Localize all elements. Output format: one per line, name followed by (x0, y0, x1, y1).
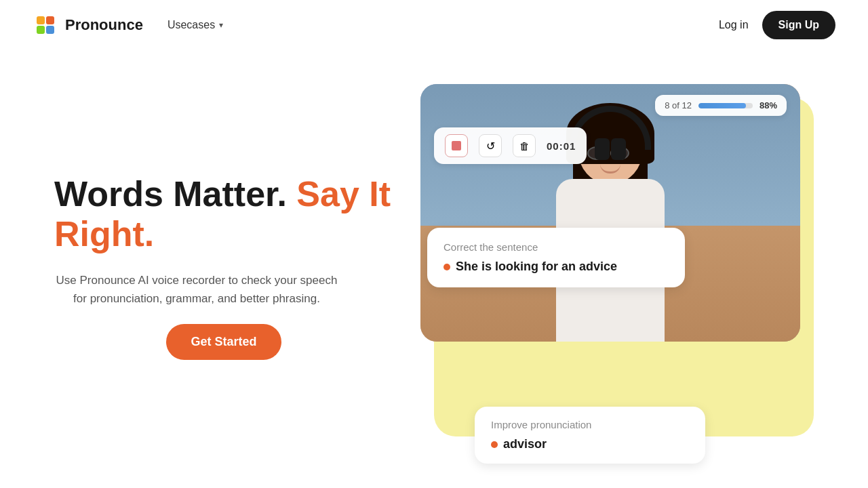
usecases-label: Usecases (167, 19, 215, 31)
svg-rect-4 (46, 26, 54, 34)
replay-icon: ↺ (486, 140, 495, 152)
pronunciation-card-title: Improve pronunciation (491, 419, 689, 430)
trash-icon: 🗑 (519, 140, 530, 152)
stop-button[interactable] (445, 134, 468, 157)
progress-bar-track (698, 103, 753, 108)
hero-demo: 8 of 12 88% ↺ 🗑 (434, 98, 814, 436)
hero-left: Words Matter. Say It Right. Use Pronounc… (54, 174, 393, 361)
replay-button[interactable]: ↺ (479, 134, 502, 157)
sentence-card-title: Correct the sentence (443, 241, 669, 253)
logo-text: Pronounce (65, 16, 143, 34)
demo-background: 8 of 12 88% ↺ 🗑 (434, 98, 814, 436)
logo[interactable]: Pronounce (33, 12, 143, 38)
sentence-card: Correct the sentence She is looking for … (427, 228, 685, 287)
pronunciation-word-row: advisor (491, 437, 689, 451)
logo-icon (33, 12, 58, 38)
sentence-text: She is looking for an advice (456, 260, 617, 274)
delete-button[interactable]: 🗑 (513, 134, 536, 157)
progress-overlay: 8 of 12 88% (655, 95, 787, 116)
svg-rect-1 (37, 16, 45, 24)
timer-display: 00:01 (547, 140, 576, 152)
usecases-menu[interactable]: Usecases ▾ (167, 19, 223, 31)
progress-percent: 88% (760, 100, 777, 110)
pronunciation-card: Improve pronunciation advisor (475, 407, 705, 464)
progress-bar-fill (698, 103, 746, 108)
video-area: 8 of 12 88% ↺ 🗑 (420, 84, 800, 342)
pron-red-dot-icon (491, 441, 498, 448)
login-button[interactable]: Log in (719, 19, 749, 31)
progress-label: 8 of 12 (665, 100, 692, 110)
hero-subtext: Use Pronounce AI voice recorder to check… (54, 271, 339, 308)
chevron-down-icon: ▾ (219, 20, 223, 30)
stop-icon (452, 141, 461, 150)
get-started-button[interactable]: Get Started (166, 324, 281, 360)
pronunciation-word: advisor (503, 437, 547, 451)
svg-rect-2 (46, 16, 54, 24)
sentence-row: She is looking for an advice (443, 260, 669, 274)
red-dot-icon (443, 264, 450, 270)
svg-rect-3 (37, 26, 45, 34)
svg-rect-0 (33, 12, 58, 38)
headline-part1: Words Matter. (54, 174, 296, 214)
headline: Words Matter. Say It Right. (54, 174, 393, 256)
controls-overlay: ↺ 🗑 00:01 (434, 127, 587, 164)
signup-button[interactable]: Sign Up (762, 11, 835, 39)
